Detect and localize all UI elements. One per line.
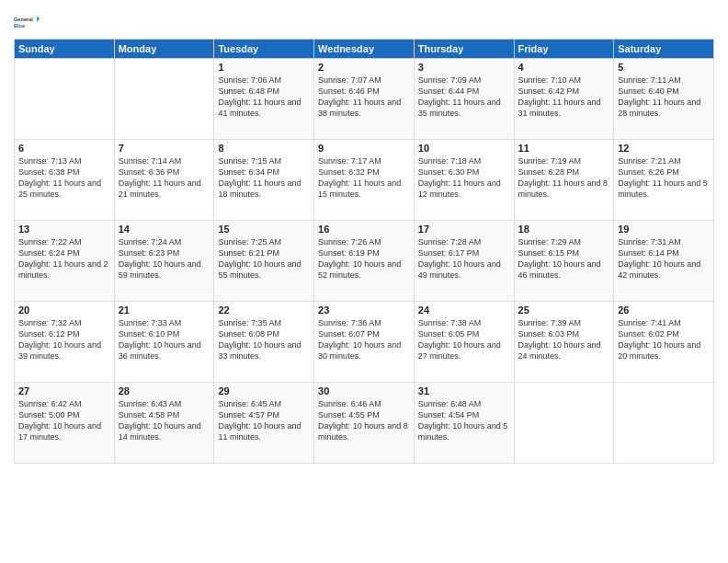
cell-info: Sunset: 6:05 PM bbox=[418, 328, 510, 339]
cell-info: Sunset: 6:36 PM bbox=[119, 167, 210, 178]
column-header-thursday: Thursday bbox=[414, 40, 514, 59]
column-header-tuesday: Tuesday bbox=[214, 40, 314, 59]
cell-info: Sunrise: 7:14 AM bbox=[119, 155, 210, 167]
day-number: 11 bbox=[518, 143, 610, 154]
cell-info: Daylight: 10 hours and 42 minutes. bbox=[618, 259, 710, 281]
day-number: 6 bbox=[18, 143, 110, 154]
cell-info: Sunrise: 7:07 AM bbox=[318, 75, 410, 86]
cell-info: Daylight: 10 hours and 49 minutes. bbox=[418, 259, 510, 281]
day-number: 19 bbox=[618, 224, 710, 235]
calendar-cell: 21Sunrise: 7:33 AMSunset: 6:10 PMDayligh… bbox=[114, 302, 214, 383]
cell-info: Sunset: 6:23 PM bbox=[119, 247, 210, 259]
calendar-cell: 5Sunrise: 7:11 AMSunset: 6:40 PMDaylight… bbox=[614, 59, 714, 140]
cell-info: Sunrise: 7:06 AM bbox=[218, 75, 310, 86]
cell-info: Sunrise: 7:18 AM bbox=[418, 155, 510, 167]
calendar-cell: 28Sunrise: 6:43 AMSunset: 4:58 PMDayligh… bbox=[114, 383, 214, 464]
page-container: General Blue SundayMondayTuesdayWednesda… bbox=[0, 0, 728, 468]
cell-info: Sunrise: 7:15 AM bbox=[218, 155, 310, 167]
cell-info: Daylight: 11 hours and 38 minutes. bbox=[318, 97, 410, 119]
day-number: 27 bbox=[18, 385, 110, 396]
calendar-cell: 1Sunrise: 7:06 AMSunset: 6:48 PMDaylight… bbox=[214, 59, 314, 140]
cell-info: Sunset: 6:30 PM bbox=[418, 167, 510, 178]
header: General Blue bbox=[14, 9, 714, 35]
svg-text:Blue: Blue bbox=[14, 23, 25, 29]
day-number: 1 bbox=[218, 62, 310, 73]
calendar-cell: 31Sunrise: 6:48 AMSunset: 4:54 PMDayligh… bbox=[414, 383, 514, 464]
calendar-week-2: 6Sunrise: 7:13 AMSunset: 6:38 PMDaylight… bbox=[15, 140, 714, 221]
day-number: 25 bbox=[518, 304, 610, 316]
cell-info: Daylight: 11 hours and 28 minutes. bbox=[618, 97, 710, 119]
day-number: 24 bbox=[418, 304, 510, 316]
cell-info: Daylight: 10 hours and 36 minutes. bbox=[119, 339, 210, 362]
cell-info: Sunset: 5:00 PM bbox=[18, 409, 110, 420]
cell-info: Sunset: 6:14 PM bbox=[618, 247, 710, 259]
cell-info: Sunset: 6:08 PM bbox=[218, 328, 310, 339]
cell-info: Daylight: 10 hours and 8 minutes. bbox=[318, 420, 410, 442]
calendar-week-3: 13Sunrise: 7:22 AMSunset: 6:24 PMDayligh… bbox=[15, 221, 714, 302]
cell-info: Daylight: 11 hours and 18 minutes. bbox=[218, 178, 310, 200]
calendar-cell: 15Sunrise: 7:25 AMSunset: 6:21 PMDayligh… bbox=[214, 221, 314, 302]
day-number: 7 bbox=[119, 143, 210, 154]
calendar-cell: 14Sunrise: 7:24 AMSunset: 6:23 PMDayligh… bbox=[114, 221, 214, 302]
cell-info: Sunset: 6:17 PM bbox=[418, 247, 510, 259]
cell-info: Daylight: 11 hours and 15 minutes. bbox=[318, 178, 410, 200]
cell-info: Sunset: 6:38 PM bbox=[18, 167, 110, 178]
calendar-cell: 11Sunrise: 7:19 AMSunset: 6:28 PMDayligh… bbox=[514, 140, 614, 221]
calendar-cell: 25Sunrise: 7:39 AMSunset: 6:03 PMDayligh… bbox=[514, 302, 614, 383]
calendar-cell: 10Sunrise: 7:18 AMSunset: 6:30 PMDayligh… bbox=[414, 140, 514, 221]
calendar-cell: 22Sunrise: 7:35 AMSunset: 6:08 PMDayligh… bbox=[214, 302, 314, 383]
cell-info: Sunrise: 7:10 AM bbox=[518, 75, 610, 86]
cell-info: Sunset: 4:54 PM bbox=[418, 409, 510, 420]
calendar-cell: 4Sunrise: 7:10 AMSunset: 6:42 PMDaylight… bbox=[514, 59, 614, 140]
calendar-cell: 12Sunrise: 7:21 AMSunset: 6:26 PMDayligh… bbox=[614, 140, 714, 221]
cell-info: Daylight: 10 hours and 33 minutes. bbox=[218, 339, 310, 362]
day-number: 30 bbox=[318, 385, 410, 396]
calendar-cell: 24Sunrise: 7:38 AMSunset: 6:05 PMDayligh… bbox=[414, 302, 514, 383]
calendar-table: SundayMondayTuesdayWednesdayThursdayFrid… bbox=[14, 39, 714, 464]
calendar-cell: 18Sunrise: 7:29 AMSunset: 6:15 PMDayligh… bbox=[514, 221, 614, 302]
cell-info: Sunrise: 7:32 AM bbox=[18, 317, 110, 328]
calendar-cell: 23Sunrise: 7:36 AMSunset: 6:07 PMDayligh… bbox=[314, 302, 415, 383]
calendar-cell: 6Sunrise: 7:13 AMSunset: 6:38 PMDaylight… bbox=[15, 140, 115, 221]
cell-info: Daylight: 10 hours and 11 minutes. bbox=[218, 420, 310, 442]
day-number: 23 bbox=[318, 304, 410, 316]
day-number: 8 bbox=[218, 143, 310, 154]
cell-info: Sunrise: 7:13 AM bbox=[18, 155, 110, 167]
cell-info: Daylight: 10 hours and 59 minutes. bbox=[119, 259, 210, 281]
cell-info: Sunrise: 7:17 AM bbox=[318, 155, 410, 167]
cell-info: Sunset: 4:55 PM bbox=[318, 409, 410, 420]
calendar-cell: 13Sunrise: 7:22 AMSunset: 6:24 PMDayligh… bbox=[15, 221, 115, 302]
cell-info: Daylight: 10 hours and 5 minutes. bbox=[418, 420, 510, 442]
day-number: 3 bbox=[418, 62, 510, 73]
calendar-cell: 3Sunrise: 7:09 AMSunset: 6:44 PMDaylight… bbox=[414, 59, 514, 140]
cell-info: Sunset: 6:34 PM bbox=[218, 167, 310, 178]
cell-info: Sunrise: 7:19 AM bbox=[518, 155, 610, 167]
cell-info: Daylight: 11 hours and 31 minutes. bbox=[518, 97, 610, 119]
cell-info: Sunrise: 7:26 AM bbox=[318, 236, 410, 247]
day-number: 26 bbox=[618, 304, 710, 316]
calendar-cell: 26Sunrise: 7:41 AMSunset: 6:02 PMDayligh… bbox=[614, 302, 714, 383]
cell-info: Sunrise: 7:39 AM bbox=[518, 317, 610, 328]
cell-info: Daylight: 10 hours and 52 minutes. bbox=[318, 259, 410, 281]
cell-info: Sunset: 6:42 PM bbox=[518, 86, 610, 97]
cell-info: Sunrise: 7:31 AM bbox=[618, 236, 710, 247]
cell-info: Daylight: 11 hours and 25 minutes. bbox=[18, 178, 110, 200]
calendar-week-1: 1Sunrise: 7:06 AMSunset: 6:48 PMDaylight… bbox=[15, 59, 714, 140]
cell-info: Sunrise: 7:36 AM bbox=[318, 317, 410, 328]
calendar-cell: 7Sunrise: 7:14 AMSunset: 6:36 PMDaylight… bbox=[114, 140, 214, 221]
cell-info: Sunset: 6:24 PM bbox=[18, 247, 110, 259]
cell-info: Sunset: 6:26 PM bbox=[618, 167, 710, 178]
cell-info: Sunrise: 6:42 AM bbox=[18, 398, 110, 409]
cell-info: Sunrise: 6:46 AM bbox=[318, 398, 410, 409]
day-number: 14 bbox=[119, 224, 210, 235]
cell-info: Sunset: 6:15 PM bbox=[518, 247, 610, 259]
calendar-week-5: 27Sunrise: 6:42 AMSunset: 5:00 PMDayligh… bbox=[15, 383, 714, 464]
calendar-cell: 27Sunrise: 6:42 AMSunset: 5:00 PMDayligh… bbox=[15, 383, 115, 464]
cell-info: Sunset: 6:12 PM bbox=[18, 328, 110, 339]
cell-info: Sunrise: 7:29 AM bbox=[518, 236, 610, 247]
day-number: 4 bbox=[518, 62, 610, 73]
calendar-cell: 16Sunrise: 7:26 AMSunset: 6:19 PMDayligh… bbox=[314, 221, 415, 302]
cell-info: Sunset: 6:48 PM bbox=[218, 86, 310, 97]
cell-info: Sunset: 4:58 PM bbox=[119, 409, 210, 420]
cell-info: Sunrise: 6:45 AM bbox=[218, 398, 310, 409]
